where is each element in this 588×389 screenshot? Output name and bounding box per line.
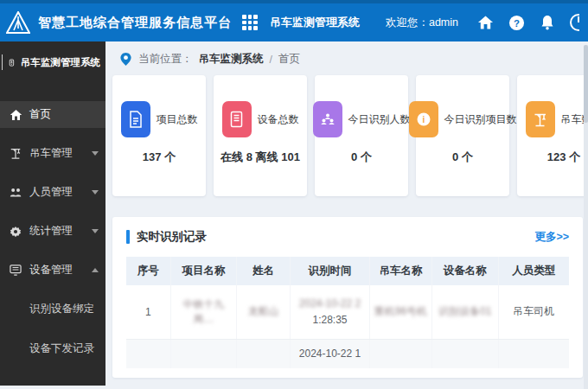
welcome-text: 欢迎您：admin <box>386 16 458 30</box>
breadcrumb-prefix: 当前位置： <box>138 52 193 67</box>
sidebar-header: 吊车监测管理系统 <box>0 41 105 82</box>
col-header-index: 序号 <box>126 257 170 285</box>
power-icon[interactable] <box>569 13 579 32</box>
stat-card-label: 项目总数 <box>157 112 198 127</box>
sidebar-title: 吊车监测管理系统 <box>21 56 100 69</box>
sidebar-item-personnel-mgmt[interactable]: 人员管理 <box>0 179 105 206</box>
stat-card-people-today: 今日识别人数 0 个 <box>315 75 408 196</box>
company-logo-icon <box>5 10 31 35</box>
main-content: 当前位置： 吊车监测系统 / 首页 项目总数 137 个 <box>105 41 588 386</box>
sidebar-subitem-label: 设备下发记录 <box>29 341 94 356</box>
home-icon[interactable] <box>476 13 495 32</box>
cell-index: 1 <box>126 285 170 339</box>
more-link[interactable]: 更多>> <box>534 230 569 245</box>
sidebar: 吊车监测管理系统 首页 吊车管理 人员管理 <box>0 41 105 386</box>
sidebar-subitem-device-records[interactable]: 设备下发记录 <box>0 335 105 361</box>
sidebar-item-label: 统计管理 <box>29 224 83 239</box>
scrollbar-thumb[interactable] <box>584 45 588 123</box>
location-pin-icon <box>119 52 132 67</box>
col-header-time: 识别时间 <box>290 257 369 285</box>
sidebar-item-statistics-mgmt[interactable]: 统计管理 <box>0 218 105 245</box>
title-accent-bar <box>126 230 130 244</box>
stat-card-label: 今日识别人数 <box>348 112 411 127</box>
cell-crane: 重机96号机 <box>370 285 432 339</box>
scrollbar[interactable] <box>584 45 588 389</box>
cell-project: 中铁十九局… <box>170 285 237 339</box>
document-icon <box>121 101 150 137</box>
cell-device: 识别设备01 <box>431 285 498 339</box>
sidebar-item-crane-mgmt[interactable]: 吊车管理 <box>0 140 105 167</box>
stat-card-projects: 项目总数 137 个 <box>112 75 206 196</box>
top-header: 智慧工地综合管理服务信息平台 吊车监测管理系统 欢迎您：admin ? <box>0 0 588 41</box>
records-table: 序号 项目名称 姓名 识别时间 吊车名称 设备名称 人员类型 1 中铁十九局… … <box>126 257 569 368</box>
info-icon: i <box>409 101 438 137</box>
chevron-down-icon <box>92 229 99 233</box>
cell-name: 龙船山 <box>237 285 290 339</box>
gear-icon <box>9 225 22 239</box>
help-icon[interactable]: ? <box>507 13 526 32</box>
stat-card-value: 123 个 <box>517 150 588 165</box>
app-grid-icon[interactable] <box>242 15 258 30</box>
svg-text:i: i <box>422 115 425 124</box>
svg-text:?: ? <box>514 17 520 28</box>
people-icon <box>313 101 342 137</box>
crane-logo-icon <box>8 55 16 70</box>
stat-card-value: 0 个 <box>315 150 408 165</box>
col-header-name: 姓名 <box>237 257 290 285</box>
sidebar-subitem-label: 识别设备绑定 <box>29 302 94 316</box>
chevron-up-icon <box>92 268 99 272</box>
sidebar-item-label: 吊车管理 <box>29 146 83 161</box>
table-row: 2024-10-22 1 <box>126 339 569 368</box>
breadcrumb: 当前位置： 吊车监测系统 / 首页 <box>112 48 583 75</box>
stat-card-projects-today: i 今日识别项目数 0 个 <box>416 75 509 196</box>
stat-card-value: 在线 8 离线 101 <box>214 150 307 165</box>
sidebar-item-label: 首页 <box>29 107 99 122</box>
col-header-crane: 吊车名称 <box>370 257 432 285</box>
table-row: 1 中铁十九局… 龙船山 2024-10-22 2 1:28:35 重机96号机… <box>126 285 569 339</box>
monitor-icon <box>9 264 22 277</box>
sidebar-item-device-mgmt[interactable]: 设备管理 <box>0 257 105 284</box>
stat-card-label: 设备总数 <box>258 112 299 127</box>
stat-card-devices: 设备总数 在线 8 离线 101 <box>214 75 307 196</box>
sidebar-subitem-device-binding[interactable]: 识别设备绑定 <box>0 296 105 322</box>
chevron-down-icon <box>92 151 99 156</box>
app-title: 智慧工地综合管理服务信息平台 <box>38 15 232 31</box>
cell-time-partial: 2024-10-22 1 <box>290 339 369 368</box>
breadcrumb-separator: / <box>270 54 272 66</box>
people-icon <box>9 186 22 200</box>
realtime-records-panel: 实时识别记录 更多>> 序号 项目名称 姓名 识别时间 吊车名称 设备名称 人员… <box>112 217 583 378</box>
bell-icon[interactable] <box>538 13 557 32</box>
crane-icon <box>526 101 555 137</box>
stat-card-label: 今日识别项目数 <box>444 112 517 127</box>
sidebar-item-home[interactable]: 首页 <box>0 101 105 128</box>
stat-card-value: 137 个 <box>112 150 206 165</box>
panel-title: 实时识别记录 <box>137 229 207 245</box>
table-header-row: 序号 项目名称 姓名 识别时间 吊车名称 设备名称 人员类型 <box>126 257 569 285</box>
system-name: 吊车监测管理系统 <box>270 15 360 30</box>
col-header-project: 项目名称 <box>170 257 237 285</box>
stat-card-value: 0 个 <box>416 150 509 165</box>
col-header-person-type: 人员类型 <box>498 257 569 285</box>
username: admin <box>429 16 458 29</box>
device-icon <box>222 101 252 137</box>
cell-time: 2024-10-22 2 1:28:35 <box>290 285 369 339</box>
cell-person-type: 吊车司机 <box>498 285 569 339</box>
home-icon <box>9 108 22 122</box>
stat-cards-row: 项目总数 137 个 设备总数 在线 8 离线 101 <box>112 75 583 196</box>
breadcrumb-current[interactable]: 首页 <box>278 52 300 67</box>
breadcrumb-section[interactable]: 吊车监测系统 <box>199 52 264 67</box>
sidebar-item-label: 设备管理 <box>29 263 83 277</box>
crane-icon <box>9 147 22 161</box>
stat-card-cranes: 吊车数量 123 个 <box>517 75 588 196</box>
collapse-handle-icon[interactable] <box>2 54 3 70</box>
chevron-down-icon <box>92 190 99 194</box>
sidebar-item-label: 人员管理 <box>29 185 83 200</box>
col-header-device: 设备名称 <box>431 257 498 285</box>
